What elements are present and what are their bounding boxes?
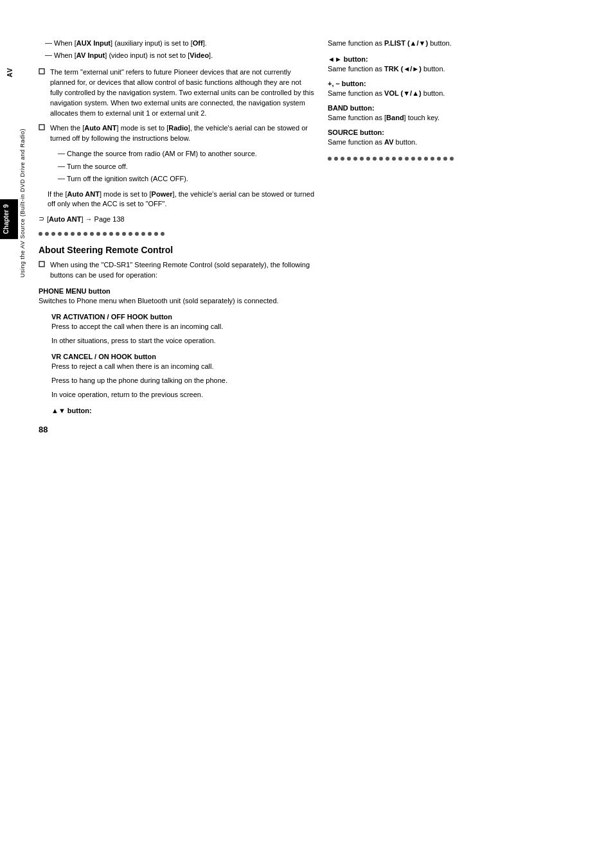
- auto-ant-page-ref: ⊃ [Auto ANT] → Page 138: [39, 215, 315, 223]
- dash-item-change-source: — Change the source from radio (AM or FM…: [51, 149, 315, 159]
- phone-menu-label: PHONE MENU button: [39, 287, 315, 295]
- sidebar-chapter-label: Chapter 9: [0, 199, 18, 239]
- checkbox-icon-1: [39, 68, 48, 76]
- vr-cancel-desc2: Press to hang up the phone during talkin…: [51, 376, 315, 386]
- band-button-label: BAND button:: [328, 104, 572, 112]
- plus-minus-label: +, – button:: [328, 80, 572, 87]
- lrar-button-desc: Same function as TRK (◄/►) button.: [328, 64, 572, 75]
- phone-menu-desc: Switches to Phone menu when Bluetooth un…: [39, 296, 315, 306]
- vr-cancel-desc3: In voice operation, return to the previo…: [51, 390, 315, 400]
- svg-rect-1: [39, 125, 44, 130]
- checkbox-icon-3: [39, 261, 48, 269]
- auto-ant-text: When the [Auto ANT] mode is set to [Radi…: [50, 123, 315, 144]
- external-unit-text: The term "external unit" refers to futur…: [50, 67, 315, 119]
- steering-remote-text: When using the "CD-SR1" Steering Remote …: [50, 260, 315, 281]
- sidebar-av-label: AV: [6, 67, 13, 77]
- updown-button-label: ▲▼ button:: [51, 407, 315, 414]
- dash-item-aux: — When [AUX Input] (auxiliary input) is …: [39, 39, 315, 48]
- vr-activation-desc2: In other situations, press to start the …: [51, 336, 315, 346]
- right-column: Same function as P.LIST (▲/▼) button. ◄►…: [328, 39, 572, 170]
- page-number: 88: [39, 425, 315, 434]
- band-button-desc: Same function as [Band] touch key.: [328, 113, 572, 123]
- vr-activation-desc1: Press to accept the call when there is a…: [51, 322, 315, 332]
- plus-minus-desc: Same function as VOL (▼/▲) button.: [328, 89, 572, 99]
- dash-item-ignition: — Turn off the ignition switch (ACC OFF)…: [51, 174, 315, 184]
- checkbox-external-unit: The term "external unit" refers to futur…: [39, 67, 315, 119]
- auto-ant-dashes: — Change the source from radio (AM or FM…: [39, 149, 315, 184]
- vr-buttons-section: VR ACTIVATION / OFF HOOK button Press to…: [39, 313, 315, 414]
- page-container: AV Chapter 9 Using the AV Source (Built-…: [0, 0, 613, 868]
- source-button-label: SOURCE button:: [328, 128, 572, 136]
- checkbox-steering-remote: When using the "CD-SR1" Steering Remote …: [39, 260, 315, 281]
- vr-cancel-label: VR CANCEL / ON HOOK button: [51, 353, 315, 360]
- dash-item-av-input: — When [AV Input] (video input) is not s…: [39, 51, 315, 60]
- plist-ref: Same function as P.LIST (▲/▼) button.: [328, 39, 572, 49]
- sidebar-using-label: Using the AV Source (Built-in DVD Drive …: [19, 128, 26, 278]
- dots-divider-1: [39, 232, 315, 236]
- svg-rect-0: [39, 69, 44, 74]
- svg-rect-2: [39, 261, 44, 267]
- checkbox-icon-2: [39, 124, 48, 132]
- auto-ant-power-note: If the [Auto ANT] mode is set to [Power]…: [48, 190, 315, 210]
- dash-item-turn-off-source: — Turn the source off.: [51, 162, 315, 172]
- aux-input-section: — When [AUX Input] (auxiliary input) is …: [39, 39, 315, 61]
- checkbox-auto-ant: When the [Auto ANT] mode is set to [Radi…: [39, 123, 315, 144]
- vr-cancel-desc1: Press to reject a call when there is an …: [51, 362, 315, 372]
- source-button-desc: Same function as AV button.: [328, 137, 572, 148]
- left-column: — When [AUX Input] (auxiliary input) is …: [39, 39, 315, 434]
- vr-activation-label: VR ACTIVATION / OFF HOOK button: [51, 313, 315, 321]
- lrar-button-label: ◄► button:: [328, 55, 572, 63]
- section-title-steering: About Steering Remote Control: [39, 245, 315, 255]
- dots-divider-right: [328, 157, 572, 161]
